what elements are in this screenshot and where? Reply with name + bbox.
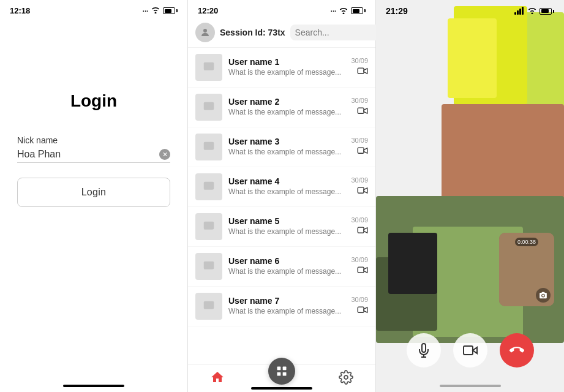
message-content: User name 5 What is the example of messa… <box>228 216 345 237</box>
video-icon <box>357 266 368 277</box>
mute-button[interactable] <box>407 333 441 368</box>
video-icon <box>357 67 368 78</box>
nickname-label: Nick name <box>17 135 170 145</box>
nav-home-button[interactable] <box>210 370 225 385</box>
svg-marker-17 <box>364 228 367 233</box>
login-title: Login <box>70 91 117 111</box>
status-bar-1: 12:18 ··· <box>0 0 187 18</box>
home-indicator-3 <box>440 385 501 387</box>
nav-settings-button[interactable] <box>339 370 353 385</box>
messages-panel: 12:20 ··· Session Id: 73tx <box>188 0 376 392</box>
time-3: 21:29 <box>386 6 408 16</box>
message-username: User name 4 <box>228 176 345 186</box>
message-avatar <box>195 134 222 160</box>
message-avatar <box>195 94 222 121</box>
status-bar-2: 12:20 ··· <box>188 0 375 18</box>
login-panel: 12:18 ··· Login Nick name ✕ Login <box>0 0 188 392</box>
video-icon <box>357 186 368 197</box>
svg-rect-24 <box>277 367 280 371</box>
svg-rect-10 <box>358 148 364 153</box>
call-timer: 0:00:38 <box>515 238 538 246</box>
svg-rect-13 <box>358 187 364 193</box>
clear-input-button[interactable]: ✕ <box>159 149 170 160</box>
message-date: 30/09 <box>351 216 368 224</box>
message-meta: 30/09 <box>351 256 368 277</box>
message-username: User name 6 <box>228 256 345 266</box>
message-date: 30/09 <box>351 256 368 263</box>
message-username: User name 7 <box>228 296 345 306</box>
message-content: User name 4 What is the example of messa… <box>228 176 345 197</box>
message-meta: 30/09 <box>351 176 368 197</box>
list-item[interactable]: User name 1 What is the example of messa… <box>188 48 375 88</box>
dots-icon-2: ··· <box>331 7 336 15</box>
time-1: 12:18 <box>10 6 30 15</box>
message-username: User name 1 <box>228 57 345 67</box>
message-date: 30/09 <box>351 97 368 104</box>
list-item[interactable]: User name 5 What is the example of messa… <box>188 207 375 247</box>
svg-rect-3 <box>204 62 214 70</box>
mini-video-preview[interactable]: 0:00:38 <box>499 233 554 306</box>
signal-icon <box>514 7 524 15</box>
list-item[interactable]: User name 4 What is the example of messa… <box>188 167 375 207</box>
home-indicator-2 <box>251 387 312 390</box>
battery-icon-3 <box>540 8 554 15</box>
message-preview: What is the example of message... <box>228 307 345 317</box>
list-item[interactable]: User name 6 What is the example of messa… <box>188 247 375 287</box>
svg-rect-19 <box>358 267 364 273</box>
nav-grid-button[interactable] <box>268 358 295 385</box>
login-form: Nick name ✕ Login <box>0 135 187 207</box>
login-button[interactable]: Login <box>17 178 170 207</box>
message-preview: What is the example of message... <box>228 108 345 118</box>
message-meta: 30/09 <box>351 137 368 157</box>
time-2: 12:20 <box>198 6 218 15</box>
message-preview: What is the example of message... <box>228 187 345 197</box>
message-avatar <box>195 213 222 240</box>
message-content: User name 1 What is the example of messa… <box>228 57 345 78</box>
svg-rect-26 <box>277 372 280 376</box>
message-meta: 30/09 <box>351 57 368 78</box>
session-id: Session Id: 73tx <box>220 28 285 37</box>
wifi-icon-3 <box>527 7 537 15</box>
camera-flip-icon[interactable] <box>536 288 551 303</box>
list-item[interactable]: User name 2 What is the example of messa… <box>188 88 375 127</box>
message-preview: What is the example of message... <box>228 227 345 237</box>
message-avatar <box>195 293 222 320</box>
message-avatar <box>195 173 222 200</box>
svg-marker-20 <box>364 268 367 273</box>
message-meta: 30/09 <box>351 296 368 317</box>
video-icon <box>357 146 368 157</box>
video-toggle-button[interactable] <box>453 333 487 368</box>
message-avatar <box>195 253 222 280</box>
svg-rect-15 <box>204 222 214 230</box>
wifi-icon <box>151 6 160 15</box>
wifi-icon-2 <box>339 7 348 15</box>
svg-rect-7 <box>358 108 364 113</box>
svg-rect-12 <box>204 182 214 190</box>
svg-marker-31 <box>473 347 477 353</box>
call-controls <box>376 333 564 368</box>
message-preview: What is the example of message... <box>228 68 345 78</box>
messages-list: User name 1 What is the example of messa… <box>188 48 375 364</box>
nickname-input[interactable] <box>17 149 159 160</box>
battery-icon-2 <box>351 7 366 14</box>
svg-rect-32 <box>464 346 473 355</box>
message-content: User name 3 What is the example of messa… <box>228 137 345 157</box>
list-item[interactable]: User name 7 What is the example of messa… <box>188 287 375 326</box>
video-icon <box>357 306 368 317</box>
message-preview: What is the example of message... <box>228 267 345 277</box>
message-date: 30/09 <box>351 176 368 184</box>
dots-icon: ··· <box>143 7 148 15</box>
svg-point-28 <box>344 375 348 379</box>
message-preview: What is the example of message... <box>228 148 345 157</box>
svg-marker-23 <box>364 307 367 312</box>
svg-rect-27 <box>283 372 287 376</box>
status-bar-3: 21:29 <box>376 0 564 18</box>
status-icons-1: ··· <box>143 6 178 15</box>
video-call-panel: 21:29 0:00:38 <box>376 0 564 392</box>
message-username: User name 5 <box>228 216 345 226</box>
video-icon <box>357 107 368 118</box>
svg-point-0 <box>203 29 207 32</box>
end-call-button[interactable] <box>500 333 534 368</box>
svg-rect-21 <box>204 301 214 309</box>
list-item[interactable]: User name 3 What is the example of messa… <box>188 127 375 167</box>
